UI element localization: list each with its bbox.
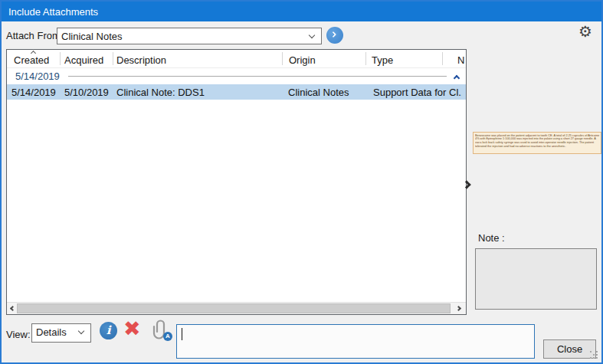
note-label: Note : [478,232,505,244]
scroll-right-icon[interactable] [456,306,461,311]
column-divider[interactable] [282,52,283,65]
chevron-down-icon [78,328,84,334]
attach-from-value: Clinical Notes [61,31,122,42]
column-header-description[interactable]: Description [116,54,166,66]
note-textarea[interactable] [475,248,597,310]
cell-description: Clinical Note: DDS1 [116,87,205,98]
view-value: Details [36,326,67,338]
chevron-down-icon [309,32,315,38]
include-attachments-dialog: Include Attachments Attach From: Clinica… [0,0,603,364]
note-preview-text: Benzocaine was placed on the patient adj… [475,133,601,148]
cell-origin: Clinical Notes [288,87,349,98]
scroll-left-icon[interactable] [10,306,15,311]
note-preview-tooltip: Benzocaine was placed on the patient adj… [473,132,601,154]
column-divider[interactable] [442,52,443,65]
column-divider[interactable] [113,52,113,65]
gear-icon[interactable]: ⚙ [578,24,592,39]
chevron-right-icon [330,31,336,38]
column-header-created[interactable]: Created [14,54,49,66]
cell-type: Support Data for Cl... [373,87,462,98]
group-row-line [68,76,447,77]
cell-created: 5/14/2019 [11,87,56,98]
horizontal-scrollbar[interactable] [7,302,466,314]
text-cursor [182,328,182,340]
group-row-label: 5/14/2019 [15,71,60,82]
chevron-right-icon [462,180,470,189]
titlebar: Include Attachments [2,2,601,21]
dialog-title: Include Attachments [8,6,98,18]
attachments-grid: Created Acquired Description Origin Type… [6,49,467,315]
view-label: View: [6,329,31,340]
cell-acquired: 5/10/2019 [64,87,109,98]
attach-from-label: Attach From: [6,30,63,41]
view-dropdown[interactable]: Details [31,323,91,343]
column-header-n[interactable]: N [457,54,464,66]
go-button[interactable] [326,27,343,44]
column-divider[interactable] [365,52,366,65]
scrollbar-thumb[interactable] [17,303,451,313]
group-row[interactable]: 5/14/2019 [7,68,466,84]
delete-icon[interactable]: ✖ [123,317,141,340]
paperclip-icon[interactable]: A [151,320,172,343]
column-divider[interactable] [60,52,61,65]
table-row[interactable]: 5/14/2019 5/10/2019 Clinical Note: DDS1 … [7,84,466,100]
grid-header: Created Acquired Description Origin Type… [7,50,466,68]
column-header-type[interactable]: Type [372,54,393,66]
column-header-origin[interactable]: Origin [289,54,316,66]
comment-input[interactable] [176,324,535,359]
resize-grip-dots [590,351,592,353]
column-header-acquired[interactable]: Acquired [64,54,103,66]
auto-attach-badge: A [163,332,172,341]
attach-from-dropdown[interactable]: Clinical Notes [57,28,322,44]
resize-grip[interactable] [590,351,599,360]
close-button[interactable]: Close [543,339,596,359]
info-icon[interactable]: i [100,322,117,339]
expand-panel-button[interactable] [461,179,474,192]
